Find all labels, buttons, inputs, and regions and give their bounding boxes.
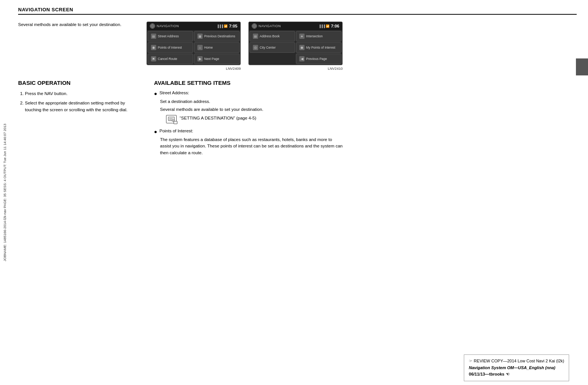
nav-title-1: NAVIGATION <box>157 24 179 28</box>
screen2-wrapper: NAVIGATION ▐▐▐ 📶 7:06 ▤ <box>248 21 343 71</box>
nav-btn-icon-intersection: + <box>299 34 305 39</box>
nav-btn-icon-prev: ▦ <box>197 34 203 39</box>
nav-btn-label-prev: Previous Destinations <box>204 34 235 38</box>
nav-screen-1: NAVIGATION ▐▐▐ 📶 7:05 ▤ <box>146 21 241 65</box>
nav-btn-address-book[interactable]: ▤ Address Book <box>249 31 295 41</box>
nav-btn-icon-addrbook: ▤ <box>253 34 258 39</box>
bullet-body-poi: The system features a database of places… <box>160 137 343 156</box>
nav-logo-1 <box>150 23 155 29</box>
nav-btn-empty <box>249 54 295 64</box>
nav-btn-label-city: City Center <box>260 46 276 49</box>
nav-header-2: NAVIGATION ▐▐▐ 📶 7:06 <box>249 22 342 30</box>
nav-grid-1: ▤ Street Address ▦ Previous Destinations… <box>147 30 240 65</box>
nav-header-right-2: ▐▐▐ 📶 7:06 <box>319 24 339 28</box>
sidebar: JOBNAME: 1485166-2014-l2k-nav PAGE: 35 S… <box>0 0 11 385</box>
nav-btn-icon-poi: ◉ <box>151 45 156 50</box>
nav-btn-label-next: Next Page <box>204 57 219 61</box>
ref-icon-street <box>166 115 177 123</box>
screen2-label: LNV2410 <box>248 66 343 71</box>
nav-header-right-1: ▐▐▐ 📶 7:05 <box>217 24 237 28</box>
nav-signal-icons-1: ▐▐▐ 📶 <box>217 25 228 28</box>
bottom-section: BASIC OPERATION Press the NAV button. Se… <box>18 80 577 161</box>
operation-step-2: Select the appropriate destination setti… <box>25 100 139 113</box>
nav-grid-2: ▤ Address Book + Intersection ◎ City Cen… <box>249 30 342 65</box>
bullet-dot-street: ● <box>154 90 157 97</box>
nav-btn-label-mypoi: My Points of Interest <box>306 46 335 49</box>
nav-btn-street-address[interactable]: ▤ Street Address <box>148 31 193 41</box>
bullet-dot-poi: ● <box>154 129 157 135</box>
bullet-poi: ● Points of Interest: The system feature… <box>154 129 343 156</box>
nav-header-1: NAVIGATION ▐▐▐ 📶 7:05 <box>147 22 240 30</box>
nav-btn-poi[interactable]: ◉ Points of Interest <box>148 42 193 53</box>
nav-btn-home[interactable]: ⌂ Home <box>194 42 240 53</box>
nav-btn-next-page[interactable]: ▶ Next Page <box>194 54 240 64</box>
bullet-title-poi: ● Points of Interest: <box>154 129 343 135</box>
nav-title-2: NAVIGATION <box>259 24 281 28</box>
nav-time-2: 7:06 <box>331 24 339 28</box>
sidebar-label: JOBNAME: 1485166-2014-l2k-nav PAGE: 35 S… <box>3 124 8 261</box>
nav-btn-icon-city: ◎ <box>253 45 258 50</box>
bullet-title-street: ● Street Address: <box>154 90 343 97</box>
screens-area: NAVIGATION ▐▐▐ 📶 7:05 ▤ <box>146 21 343 71</box>
nav-btn-my-poi[interactable]: ◉ My Points of Interest <box>296 42 342 53</box>
review-line1: ☞ REVIEW COPY—2014 Low Cost Navi 2 Kai (… <box>469 358 564 365</box>
ref-block-street: “SETTING A DESTINATION” (page 4-5) <box>166 115 343 123</box>
review-line2: Navigation System OM—USA_English (nna) <box>469 365 564 371</box>
review-line3: 06/11/13—tbrooks ☜ <box>469 371 564 378</box>
screen1-label: LNV2409 <box>146 66 241 71</box>
nav-btn-label-poi: Points of Interest <box>158 46 182 49</box>
bullet-body-street-1: Set a destination address. Several metho… <box>160 98 343 124</box>
available-items-heading: AVAILABLE SETTING ITEMS <box>154 80 343 86</box>
basic-operation: BASIC OPERATION Press the NAV button. Se… <box>18 80 139 161</box>
nav-btn-label-addrbook: Address Book <box>260 34 280 38</box>
nav-btn-label-cancel: Cancel Route <box>158 57 177 61</box>
nav-btn-icon-cancel: ✖ <box>151 56 156 61</box>
nav-btn-icon-next: ▶ <box>197 56 203 61</box>
nav-btn-icon-home: ⌂ <box>197 45 203 50</box>
nav-btn-label-street: Street Address <box>158 34 179 38</box>
page-heading: NAVIGATION SCREEN <box>18 7 577 15</box>
operation-steps: Press the NAV button. Select the appropr… <box>18 90 139 113</box>
available-items: AVAILABLE SETTING ITEMS ● Street Address… <box>154 80 343 161</box>
top-left: Several methods are available to set you… <box>18 21 131 72</box>
nav-btn-prev-dest[interactable]: ▦ Previous Destinations <box>194 31 240 41</box>
nav-btn-icon-prevpage: ◀ <box>299 56 305 61</box>
nav-btn-icon-street: ▤ <box>151 34 156 39</box>
nav-btn-label-intersection: Intersection <box>306 34 323 38</box>
intro-text: Several methods are available to set you… <box>18 21 122 28</box>
nav-btn-intersection[interactable]: + Intersection <box>296 31 342 41</box>
nav-header-left-1: NAVIGATION <box>150 23 179 29</box>
nav-btn-icon-mypoi: ◉ <box>299 45 305 50</box>
bullet-street-address: ● Street Address: Set a destination addr… <box>154 90 343 123</box>
ref-text-street: “SETTING A DESTINATION” (page 4-5) <box>180 115 256 121</box>
nav-signal-icons-2: ▐▐▐ 📶 <box>319 25 329 28</box>
nav-btn-prev-page[interactable]: ◀ Previous Page <box>296 54 342 64</box>
review-box: ☞ REVIEW COPY—2014 Low Cost Navi 2 Kai (… <box>464 354 569 381</box>
nav-btn-city-center[interactable]: ◎ City Center <box>249 42 295 53</box>
top-section: Several methods are available to set you… <box>18 21 577 72</box>
main-content: NAVIGATION SCREEN Several methods are av… <box>11 0 588 385</box>
nav-time-1: 7:05 <box>229 24 237 28</box>
screen1-wrapper: NAVIGATION ▐▐▐ 📶 7:05 ▤ <box>146 21 241 71</box>
operation-step-1: Press the NAV button. <box>25 90 139 97</box>
basic-operation-heading: BASIC OPERATION <box>18 80 139 86</box>
nav-btn-label-home: Home <box>204 46 213 49</box>
nav-btn-label-prevpage: Previous Page <box>306 57 327 61</box>
nav-btn-cancel-route[interactable]: ✖ Cancel Route <box>148 54 193 64</box>
svg-rect-10 <box>172 120 174 121</box>
nav-header-left-2: NAVIGATION <box>252 23 281 29</box>
nav-screen-2: NAVIGATION ▐▐▐ 📶 7:06 ▤ <box>248 21 343 65</box>
nav-logo-2 <box>252 23 257 29</box>
